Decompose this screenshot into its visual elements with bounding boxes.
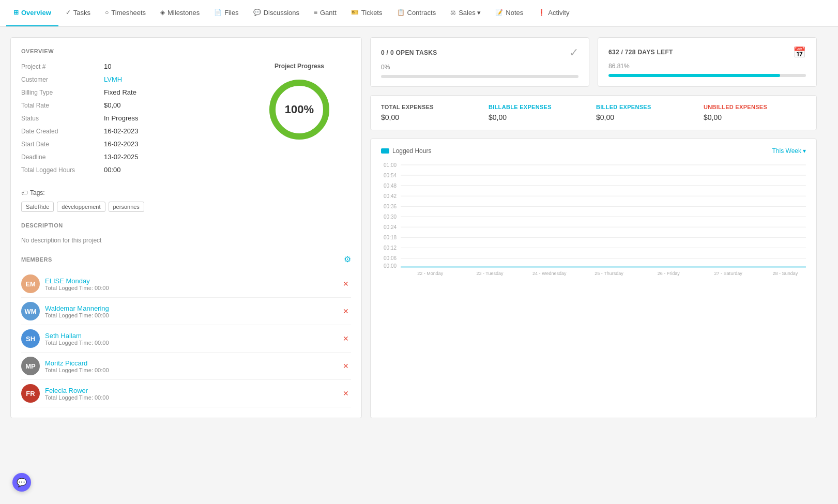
member-time: Total Logged Time: 00:00 <box>45 340 341 346</box>
member-time: Total Logged Time: 00:00 <box>45 394 341 401</box>
open-tasks-card: 0 / 0 OPEN TASKS ✓ 0% <box>370 37 589 87</box>
field-value: Fixed Rate <box>104 88 136 96</box>
overview-fields: Project #10CustomerLVMHBilling TypeFixed… <box>21 63 237 179</box>
field-row: Deadline13-02-2025 <box>21 153 237 161</box>
donut-percent: 100% <box>285 103 314 116</box>
nav-gantt[interactable]: ≡ Gantt <box>307 0 344 27</box>
billed-label: BILLED EXPENSES <box>596 104 698 110</box>
check-icon: ✓ <box>66 9 71 16</box>
nav-discussions[interactable]: 💬 Discussions <box>246 0 307 27</box>
nav-timesheets[interactable]: ○ Timesheets <box>98 0 153 27</box>
billed-expenses: BILLED EXPENSES $0,00 <box>596 104 698 121</box>
field-value: $0,00 <box>104 101 121 109</box>
files-icon: 📄 <box>214 9 222 16</box>
field-label: Status <box>21 115 104 122</box>
remove-member-button[interactable]: ✕ <box>341 387 351 400</box>
members-settings-icon[interactable]: ⚙ <box>344 254 351 264</box>
member-info: ELISE MondayTotal Logged Time: 00:00 <box>45 277 341 291</box>
total-expenses: TOTAL EXPENSES $0,00 <box>381 104 483 121</box>
description-section: DESCRIPTION No description for this proj… <box>21 222 351 244</box>
tag: SafeRide <box>21 202 54 212</box>
field-row: StatusIn Progress <box>21 114 237 122</box>
avatar: MP <box>21 357 40 375</box>
field-label: Project # <box>21 63 104 70</box>
unbilled-label: UNBILLED EXPENSES <box>704 104 806 110</box>
field-value: 13-02-2025 <box>104 153 139 161</box>
member-time: Total Logged Time: 00:00 <box>45 285 341 291</box>
remove-member-button[interactable]: ✕ <box>341 278 351 290</box>
check-circle-icon: ✓ <box>569 46 578 59</box>
member-name[interactable]: Seth Hallam <box>45 332 341 340</box>
tag-icon: 🏷 <box>21 189 27 196</box>
gantt-icon: ≡ <box>314 9 317 16</box>
field-row: CustomerLVMH <box>21 75 237 83</box>
field-label: Start Date <box>21 141 104 148</box>
field-value: 00:00 <box>104 166 121 174</box>
nav-sales[interactable]: ⚖ Sales ▾ <box>443 0 488 27</box>
tags-section: 🏷 Tags: SafeRidedéveloppementpersonnes <box>21 189 351 212</box>
field-row: Billing TypeFixed Rate <box>21 88 237 96</box>
remove-member-button[interactable]: ✕ <box>341 332 351 345</box>
chart-area: 01:00 00:54 00:48 00:42 00:36 00:30 00:2… <box>381 161 806 277</box>
days-left-title: 632 / 728 DAYS LEFT <box>608 49 673 56</box>
description-text: No description for this project <box>21 237 351 244</box>
member-info: Waldemar ManneringTotal Logged Time: 00:… <box>45 304 341 318</box>
remove-member-button[interactable]: ✕ <box>341 305 351 317</box>
open-tasks-bar <box>381 75 578 78</box>
clock-icon: ○ <box>105 9 109 16</box>
chart-card: Logged Hours This Week ▾ 01:00 00:54 00:… <box>370 139 817 418</box>
expenses-card: TOTAL EXPENSES $0,00 BILLABLE EXPENSES $… <box>370 95 817 130</box>
nav-files[interactable]: 📄 Files <box>207 0 246 27</box>
member-name[interactable]: Felecia Rower <box>45 387 341 394</box>
svg-text:24 - Wednesday: 24 - Wednesday <box>532 271 567 276</box>
svg-text:22 - Monday: 22 - Monday <box>417 271 444 276</box>
svg-text:00:30: 00:30 <box>384 214 397 220</box>
unbilled-value: $0,00 <box>704 113 806 121</box>
activity-icon: ❗ <box>538 9 545 16</box>
nav-overview[interactable]: ⊞ Overview <box>6 0 58 27</box>
svg-text:00:12: 00:12 <box>384 245 397 251</box>
svg-text:23 - Tuesday: 23 - Tuesday <box>476 271 504 276</box>
this-week-button[interactable]: This Week ▾ <box>772 147 806 155</box>
nav-milestones[interactable]: ◈ Milestones <box>153 0 207 27</box>
billable-expenses: BILLABLE EXPENSES $0,00 <box>489 104 591 121</box>
billable-label: BILLABLE EXPENSES <box>489 104 591 110</box>
chevron-down-icon: ▾ <box>803 147 806 155</box>
member-name[interactable]: Waldemar Mannering <box>45 304 341 312</box>
member-name[interactable]: Moritz Piccard <box>45 359 341 367</box>
tags-list: SafeRidedéveloppementpersonnes <box>21 202 351 212</box>
svg-text:00:24: 00:24 <box>384 224 397 230</box>
chart-legend: Logged Hours <box>381 147 431 155</box>
right-panel: 0 / 0 OPEN TASKS ✓ 0% 632 / 728 DAYS LEF… <box>370 37 817 418</box>
svg-text:28 - Sunday: 28 - Sunday <box>773 271 798 276</box>
legend-dot <box>381 148 389 154</box>
svg-text:26 - Friday: 26 - Friday <box>658 271 680 276</box>
nav-tickets[interactable]: 🎫 Tickets <box>344 0 390 27</box>
billed-value: $0,00 <box>596 113 698 121</box>
open-tasks-percent: 0% <box>381 64 578 71</box>
overview-title: OVERVIEW <box>21 48 351 54</box>
grid-icon: ⊞ <box>13 9 19 16</box>
field-row: Date Created16-02-2023 <box>21 127 237 135</box>
nav-contracts[interactable]: 📋 Contracts <box>390 0 444 27</box>
days-left-fill <box>608 74 780 77</box>
contract-icon: 📋 <box>397 9 405 16</box>
field-label: Date Created <box>21 128 104 135</box>
field-row: Total Logged Hours00:00 <box>21 166 237 174</box>
nav-notes[interactable]: 📝 Notes <box>488 0 530 27</box>
nav-activity[interactable]: ❗ Activity <box>530 0 576 27</box>
field-value[interactable]: LVMH <box>104 75 122 83</box>
member-info: Moritz PiccardTotal Logged Time: 00:00 <box>45 359 341 373</box>
overview-section: OVERVIEW Project #10CustomerLVMHBilling … <box>21 48 351 244</box>
members-section: MEMBERS ⚙ EMELISE MondayTotal Logged Tim… <box>21 254 351 407</box>
nav-tasks[interactable]: ✓ Tasks <box>58 0 98 27</box>
member-row: SHSeth HallamTotal Logged Time: 00:00✕ <box>21 325 351 353</box>
chart-header: Logged Hours This Week ▾ <box>381 147 806 155</box>
svg-text:01:00: 01:00 <box>384 162 397 168</box>
member-name[interactable]: ELISE Monday <box>45 277 341 285</box>
remove-member-button[interactable]: ✕ <box>341 360 351 372</box>
field-row: Start Date16-02-2023 <box>21 140 237 148</box>
field-row: Project #10 <box>21 63 237 70</box>
description-title: DESCRIPTION <box>21 222 351 228</box>
svg-text:00:54: 00:54 <box>384 173 397 178</box>
